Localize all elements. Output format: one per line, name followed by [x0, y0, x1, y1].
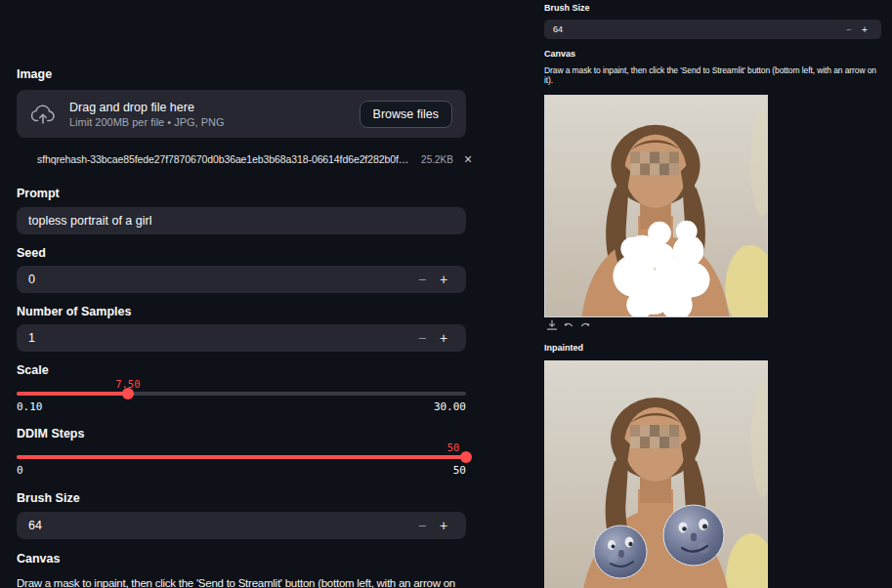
moon-face-right: [663, 505, 724, 566]
moon-face-left: [594, 525, 647, 578]
brush-plus-button[interactable]: +: [433, 518, 454, 533]
scale-slider-fill: [17, 392, 128, 396]
dropzone-text: Drag and drop file here: [69, 101, 346, 114]
prompt-input[interactable]: [17, 207, 466, 234]
samples-minus-button[interactable]: −: [411, 330, 433, 346]
canvas-instruction: Draw a mask to inpaint, then click the '…: [17, 576, 466, 588]
prompt-label: Prompt: [17, 187, 466, 201]
pixelated-face-region: [630, 425, 679, 448]
samples-stepper[interactable]: 1 − +: [17, 324, 466, 352]
uploaded-file-row: sfhqrehash-33bcae85fede27f7870670d0b36ae…: [17, 149, 466, 169]
main-panel: Brush Size 64 − + Canvas Draw a mask to …: [544, 3, 881, 588]
brush-size-value: 64: [28, 519, 411, 532]
inpainted-label: Inpainted: [544, 343, 881, 354]
samples-label: Number of Samples: [17, 305, 466, 319]
seed-stepper[interactable]: 0 − +: [17, 266, 466, 293]
seed-plus-button[interactable]: +: [433, 272, 454, 287]
image-label: Image: [17, 67, 466, 82]
undo-icon[interactable]: [563, 319, 574, 331]
main-brush-plus-button[interactable]: +: [857, 24, 872, 35]
ddim-slider-min: 0: [17, 464, 23, 477]
uploaded-file-name: sfhqrehash-33bcae85fede27f7870670d0b36ae…: [37, 153, 408, 165]
main-brush-size-stepper[interactable]: 64 − +: [544, 20, 881, 39]
inpainted-result-image: [544, 360, 768, 588]
inpaint-canvas[interactable]: [544, 95, 768, 317]
uploaded-file-size: 25.2KB: [421, 154, 453, 165]
ddim-slider-fill: [17, 455, 466, 459]
ddim-slider-value: 50: [447, 441, 460, 453]
main-canvas-instruction: Draw a mask to inpaint, then click the '…: [544, 65, 881, 85]
ddim-slider: 50 0 50: [17, 441, 466, 477]
ddim-slider-track[interactable]: [17, 455, 466, 459]
redo-icon[interactable]: [579, 319, 591, 331]
pixelated-face-region: [630, 151, 679, 175]
dropzone-limit-text: Limit 200MB per file • JPG, PNG: [69, 116, 346, 128]
brush-minus-button[interactable]: −: [411, 518, 433, 533]
scale-slider-min: 0.10: [17, 400, 43, 413]
scale-slider-max: 30.00: [434, 400, 466, 413]
samples-plus-button[interactable]: +: [433, 330, 454, 346]
cloud-upload-icon: [30, 104, 56, 125]
form-panel: Image Drag and drop file here Limit 200M…: [17, 67, 466, 588]
scale-label: Scale: [17, 363, 466, 378]
canvas-label: Canvas: [17, 552, 466, 567]
seed-minus-button[interactable]: −: [411, 272, 433, 287]
remove-file-icon[interactable]: ×: [464, 152, 472, 166]
ddim-label: DDIM Steps: [17, 427, 466, 441]
ddim-slider-max: 50: [453, 464, 466, 477]
main-brush-minus-button[interactable]: −: [841, 24, 857, 35]
brush-size-label: Brush Size: [17, 491, 466, 506]
main-canvas-label: Canvas: [544, 49, 881, 60]
canvas-toolbar: [544, 319, 881, 331]
browse-files-button[interactable]: Browse files: [360, 101, 452, 128]
download-icon[interactable]: [546, 319, 558, 331]
brush-size-stepper[interactable]: 64 − +: [17, 512, 466, 539]
scale-slider: 7.50 0.10 30.00: [17, 378, 466, 413]
main-brush-size-label: Brush Size: [544, 3, 881, 14]
seed-label: Seed: [17, 246, 466, 261]
main-brush-size-value: 64: [553, 24, 841, 34]
scale-slider-thumb[interactable]: [122, 388, 134, 399]
scale-slider-track[interactable]: [17, 392, 466, 396]
file-dropzone[interactable]: Drag and drop file here Limit 200MB per …: [17, 90, 466, 138]
seed-value: 0: [28, 273, 411, 286]
samples-value: 1: [28, 331, 411, 345]
ddim-slider-thumb[interactable]: [460, 451, 472, 463]
